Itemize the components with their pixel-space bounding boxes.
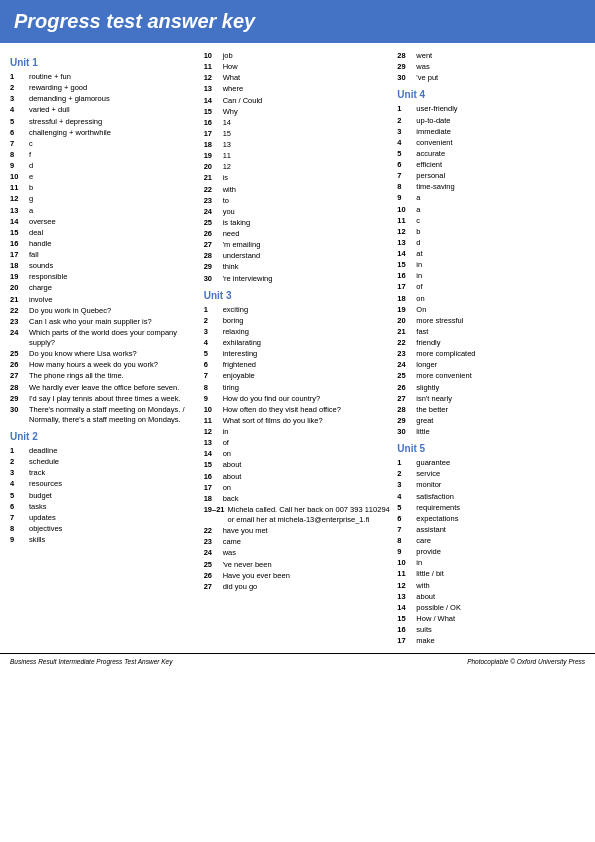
entry-value: b [29,183,198,193]
column-1: Unit 11routine + fun2rewarding + good3de… [10,51,198,647]
entry-number: 6 [10,128,26,138]
entry-number: 7 [397,171,413,181]
entry-value: expectations [416,514,585,524]
list-item: 19responsible [10,272,198,282]
entry-number: 30 [204,274,220,284]
list-item: 4exhilarating [204,338,392,348]
entry-number: 1 [204,305,220,315]
list-item: 2rewarding + good [10,83,198,93]
entry-value: Have you ever been [223,571,392,581]
entry-number: 26 [204,571,220,581]
list-item: 25Do you know where Lisa works? [10,349,198,359]
entry-value: deal [29,228,198,238]
entry-number: 16 [204,118,220,128]
list-item: 3relaxing [204,327,392,337]
entry-number: 17 [397,636,413,646]
entry-number: 19 [10,272,26,282]
entry-value: How do you find our country? [223,394,392,404]
entry-value: Do you work in Quebec? [29,306,198,316]
entry-value: in [416,558,585,568]
list-item: 8care [397,536,585,546]
list-item: 11little / bit [397,569,585,579]
entry-number: 24 [204,548,220,558]
entry-number: 28 [397,51,413,61]
list-item: 5requirements [397,503,585,513]
entry-number: 3 [397,480,413,490]
entry-value: 11 [223,151,392,161]
entry-number: 22 [204,526,220,536]
entry-number: 1 [397,458,413,468]
list-item: 1guarantee [397,458,585,468]
entry-value: understand [223,251,392,261]
entry-number: 23 [204,537,220,547]
list-item: 6expectations [397,514,585,524]
entry-value: sounds [29,261,198,271]
entry-value: isn't nearly [416,394,585,404]
entry-value: demanding + glamorous [29,94,198,104]
list-item: 15How / What [397,614,585,624]
list-item: 20more stressful [397,316,585,326]
entry-number: 15 [204,107,220,117]
list-item: 15deal [10,228,198,238]
entry-number: 10 [397,558,413,568]
entry-value: with [416,581,585,591]
entry-value: possible / OK [416,603,585,613]
entry-number: 21 [204,173,220,183]
list-item: 8tiring [204,383,392,393]
list-item: 30little [397,427,585,437]
list-item: 1911 [204,151,392,161]
list-item: 18back [204,494,392,504]
entry-value: fall [29,250,198,260]
entry-number: 8 [10,524,26,534]
entry-number: 23 [204,196,220,206]
list-item: 12in [204,427,392,437]
list-item: 10in [397,558,585,568]
entry-value: of [223,438,392,448]
entry-value: efficient [416,160,585,170]
entry-value: more stressful [416,316,585,326]
entry-value: came [223,537,392,547]
entry-number: 13 [204,438,220,448]
entry-number: 3 [204,327,220,337]
entry-value: On [416,305,585,315]
list-item: 18on [397,294,585,304]
entry-number: 22 [204,185,220,195]
entry-number: 17 [204,129,220,139]
entry-number: 2 [397,116,413,126]
list-item: 26need [204,229,392,239]
entry-number: 6 [204,360,220,370]
list-item: 12What [204,73,392,83]
entry-value: about [223,472,392,482]
entry-value: convenient [416,138,585,148]
entry-number: 27 [204,582,220,592]
entry-value: g [29,194,198,204]
entry-number: 7 [397,525,413,535]
list-item: 9a [397,193,585,203]
entry-number: 18 [10,261,26,271]
footer: Business Result Intermediate Progress Te… [0,653,595,669]
list-item: 22with [204,185,392,195]
entry-value: was [416,62,585,72]
list-item: 3demanding + glamorous [10,94,198,104]
entry-number: 30 [397,73,413,83]
unit-title-unit1: Unit 1 [10,57,198,68]
entry-value: deadline [29,446,198,456]
entry-value: more complicated [416,349,585,359]
entry-number: 2 [204,316,220,326]
entry-value: objectives [29,524,198,534]
entry-value: did you go [223,582,392,592]
list-item: 7enjoyable [204,371,392,381]
entry-number: 3 [10,94,26,104]
list-item: 10a [397,205,585,215]
list-item: 19–21Michela called. Call her back on 00… [204,505,392,525]
entry-number: 18 [204,494,220,504]
entry-value: boring [223,316,392,326]
entry-value: stressful + depressing [29,117,198,127]
entry-number: 9 [397,547,413,557]
entry-number: 4 [397,138,413,148]
list-item: 12b [397,227,585,237]
list-item: 10job [204,51,392,61]
entry-value: where [223,84,392,94]
list-item: 14oversee [10,217,198,227]
entry-value: little / bit [416,569,585,579]
